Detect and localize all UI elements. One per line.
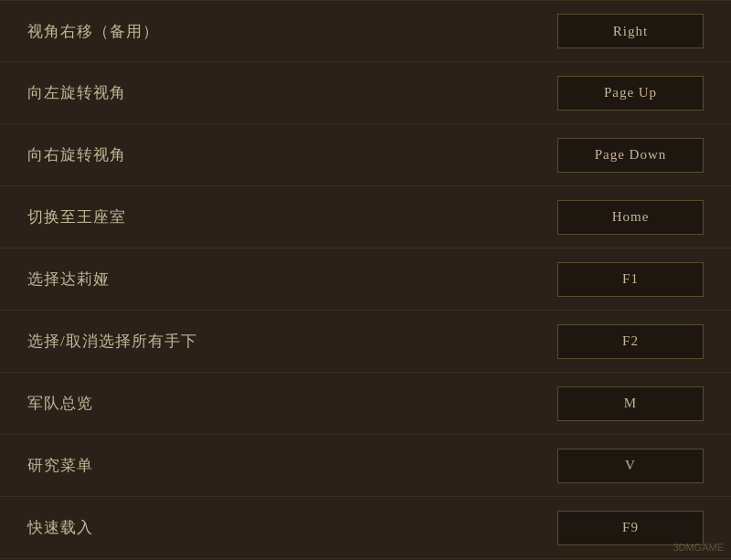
key-button-switch-throne-room[interactable]: Home (557, 200, 704, 235)
action-label-rotate-view-right: 向右旋转视角 (27, 144, 126, 165)
settings-row-select-deselect-all: 选择/取消选择所有手下F2 (0, 311, 731, 373)
key-button-pan-right-backup[interactable]: Right (557, 14, 704, 48)
key-button-select-deselect-all[interactable]: F2 (557, 324, 704, 359)
action-label-rotate-view-left: 向左旋转视角 (27, 82, 126, 103)
key-button-research-menu[interactable]: V (557, 449, 704, 483)
key-button-rotate-view-left[interactable]: Page Up (557, 76, 704, 111)
watermark: 3DMGAME (673, 542, 724, 553)
action-label-pan-right-backup: 视角右移（备用） (27, 21, 159, 42)
key-button-select-daliya[interactable]: F1 (557, 262, 704, 297)
key-button-quick-load[interactable]: F9 (557, 511, 704, 545)
settings-row-army-overview: 军队总览M (0, 373, 731, 435)
settings-row-quick-load: 快速载入F9 (0, 497, 731, 559)
action-label-switch-throne-room: 切换至王座室 (27, 206, 126, 227)
key-button-army-overview[interactable]: M (557, 386, 704, 421)
action-label-army-overview: 军队总览 (27, 393, 93, 414)
settings-row-rotate-view-right: 向右旋转视角Page Down (0, 124, 731, 186)
settings-row-pan-right-backup: 视角右移（备用）Right (0, 0, 731, 62)
action-label-select-daliya: 选择达莉娅 (27, 269, 110, 290)
settings-row-rotate-view-left: 向左旋转视角Page Up (0, 62, 731, 124)
action-label-select-deselect-all: 选择/取消选择所有手下 (27, 331, 197, 352)
settings-container: 视角右移（备用）Right向左旋转视角Page Up向右旋转视角Page Dow… (0, 0, 731, 560)
action-label-research-menu: 研究菜单 (27, 455, 93, 476)
action-label-quick-load: 快速载入 (27, 517, 93, 538)
settings-row-select-daliya: 选择达莉娅F1 (0, 248, 731, 311)
settings-row-switch-throne-room: 切换至王座室Home (0, 186, 731, 248)
key-button-rotate-view-right[interactable]: Page Down (557, 138, 704, 173)
settings-row-research-menu: 研究菜单V (0, 435, 731, 497)
